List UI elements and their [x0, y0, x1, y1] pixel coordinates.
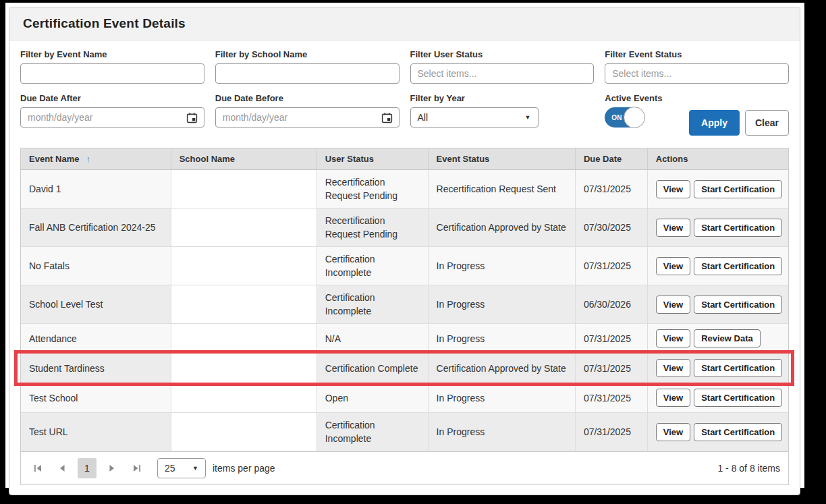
event-status-multiselect[interactable] — [605, 63, 789, 84]
first-page-button[interactable] — [29, 459, 47, 477]
cell-event-name: Test URL — [21, 413, 171, 451]
cell-actions: View Start Certification — [647, 354, 788, 383]
view-button[interactable]: View — [656, 423, 690, 441]
toggle-knob — [624, 107, 645, 128]
filter-event-status-label: Filter Event Status — [605, 49, 789, 59]
view-button[interactable]: View — [656, 296, 690, 314]
cell-user-status: Certification Complete — [316, 354, 428, 383]
certification-event-details-card: Certification Event Details Filter by Ev… — [9, 7, 800, 495]
table-row: Test URL Certification Incomplete In Pro… — [21, 413, 788, 451]
cell-event-name: David 1 — [21, 170, 171, 208]
school-name-input[interactable] — [215, 63, 400, 84]
next-page-button[interactable] — [103, 459, 121, 477]
start-certification-button[interactable]: Start Certification — [694, 423, 782, 441]
filter-user-status: Filter User Status — [410, 49, 595, 84]
cell-event-name: Student Tardiness — [21, 354, 171, 383]
due-date-after-input[interactable] — [20, 107, 204, 128]
previous-page-button[interactable] — [53, 459, 71, 477]
start-certification-button[interactable]: Start Certification — [694, 389, 782, 407]
filter-event-name: Filter by Event Name — [20, 49, 204, 84]
year-select[interactable]: All ▼ — [410, 107, 539, 128]
start-certification-button[interactable]: Start Certification — [694, 359, 782, 377]
event-name-input[interactable] — [20, 63, 204, 84]
column-header-actions[interactable]: Actions — [647, 148, 788, 169]
cell-event-status: In Progress — [428, 383, 575, 412]
user-status-multiselect[interactable] — [410, 63, 595, 84]
start-certification-button[interactable]: Start Certification — [694, 219, 782, 237]
view-button[interactable]: View — [656, 219, 690, 237]
table-header-row: Event Name ↑ School Name User Status Eve… — [21, 148, 788, 170]
page-background: Certification Event Details Filter by Ev… — [5, 3, 804, 488]
clear-button[interactable]: Clear — [745, 110, 789, 136]
view-button[interactable]: View — [656, 257, 690, 275]
last-page-button[interactable] — [128, 459, 145, 477]
view-button[interactable]: View — [656, 329, 690, 347]
start-certification-button[interactable]: Start Certification — [694, 180, 782, 198]
filter-school-name: Filter by School Name — [215, 49, 400, 84]
table-row: Fall ANB Certification 2024-25 Recertifi… — [21, 208, 788, 247]
filter-due-date-before: Due Date Before — [215, 93, 400, 136]
active-events-label: Active Events — [605, 93, 789, 103]
start-certification-button[interactable]: Start Certification — [694, 257, 782, 275]
cell-actions: View Start Certification — [647, 170, 788, 208]
cell-user-status: N/A — [316, 324, 428, 353]
view-button[interactable]: View — [656, 359, 690, 377]
cell-user-status: Certification Incomplete — [316, 247, 428, 285]
first-page-icon — [34, 464, 43, 472]
calendar-icon[interactable] — [184, 110, 200, 125]
table-row-highlighted: Student Tardiness Certification Complete… — [21, 354, 788, 383]
calendar-icon-glyph — [381, 112, 393, 123]
due-date-before-input[interactable] — [215, 107, 400, 128]
cell-actions: View Start Certification — [647, 413, 788, 451]
column-header-school-name[interactable]: School Name — [171, 148, 316, 169]
cell-due-date: 07/31/2025 — [575, 247, 647, 285]
previous-page-icon — [59, 464, 65, 472]
column-header-event-name[interactable]: Event Name ↑ — [21, 148, 171, 169]
start-certification-button[interactable]: Start Certification — [694, 296, 782, 314]
chevron-down-icon: ▼ — [525, 114, 531, 121]
cell-event-name: Attendance — [21, 324, 171, 353]
filter-school-name-label: Filter by School Name — [215, 49, 400, 59]
page-title: Certification Event Details — [23, 16, 786, 31]
apply-button[interactable]: Apply — [689, 110, 740, 136]
column-header-event-name-label: Event Name — [29, 154, 79, 164]
cell-user-status: Certification Incomplete — [316, 285, 428, 323]
table-row: Test School Open In Progress 07/31/2025 … — [21, 383, 788, 413]
active-events-toggle[interactable]: ON — [605, 107, 644, 128]
column-header-event-status[interactable]: Event Status — [428, 148, 575, 169]
view-button[interactable]: View — [656, 180, 690, 198]
filter-panel: Filter by Event Name Filter by School Na… — [9, 40, 800, 148]
page-size-select[interactable]: 25 ▼ — [157, 458, 206, 478]
cell-due-date: 07/31/2025 — [575, 383, 647, 412]
cell-school-name — [171, 324, 316, 353]
toggle-on-label: ON — [611, 114, 622, 121]
cell-event-status: In Progress — [428, 324, 575, 353]
cell-school-name — [171, 413, 316, 451]
table-row: David 1 Recertification Request Pending … — [21, 170, 788, 208]
page-size-value: 25 — [165, 463, 175, 474]
cell-user-status: Open — [316, 383, 428, 412]
filter-active-events: Active Events ON Apply Clear — [605, 93, 789, 136]
items-range-label: 1 - 8 of 8 items — [717, 463, 780, 474]
column-header-due-date[interactable]: Due Date — [575, 148, 647, 169]
table-row: No Fatals Certification Incomplete In Pr… — [21, 247, 788, 285]
cell-event-status: Certification Approved by State — [428, 208, 575, 246]
next-page-icon — [109, 464, 115, 472]
cell-event-name: No Fatals — [21, 247, 171, 285]
cell-school-name — [171, 383, 316, 412]
calendar-icon[interactable] — [379, 110, 395, 125]
due-date-after-label: Due Date After — [20, 93, 204, 103]
cell-due-date: 06/30/2026 — [575, 285, 647, 323]
cell-due-date: 07/30/2025 — [575, 208, 647, 246]
cell-school-name — [171, 247, 316, 285]
view-button[interactable]: View — [656, 389, 690, 407]
items-per-page-label: items per page — [213, 463, 275, 474]
page-number-1[interactable]: 1 — [78, 458, 97, 478]
filter-event-status: Filter Event Status — [605, 49, 789, 84]
review-data-button[interactable]: Review Data — [694, 329, 761, 347]
chevron-down-icon: ▼ — [192, 465, 198, 472]
cell-event-status: In Progress — [428, 247, 575, 285]
column-header-user-status[interactable]: User Status — [316, 148, 428, 169]
cell-due-date: 07/31/2025 — [575, 413, 647, 451]
cell-school-name — [171, 285, 316, 323]
